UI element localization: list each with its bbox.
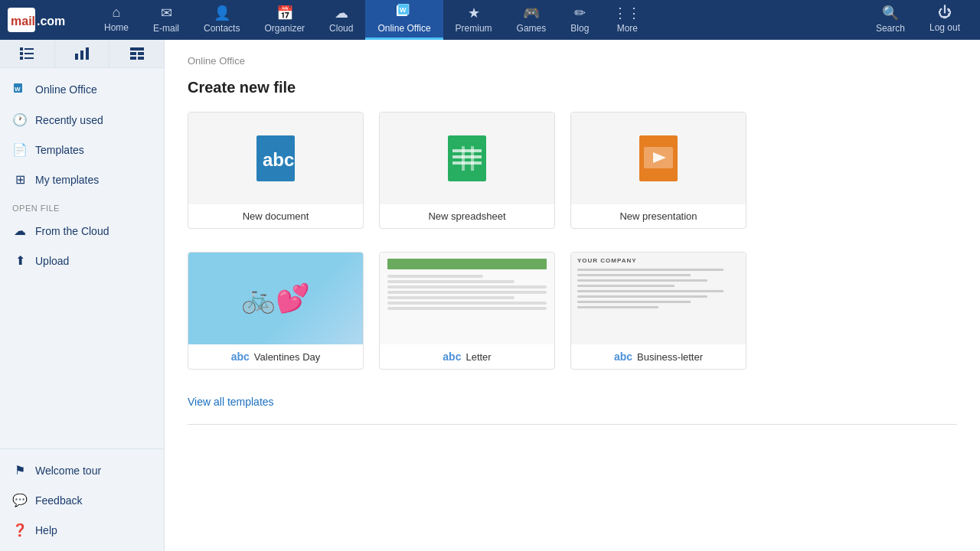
new-doc-file-icon: abc (256, 135, 295, 181)
new-presentation-thumb (571, 112, 746, 204)
nav-cloud[interactable]: ☁ Cloud (317, 0, 365, 40)
letter-abc-icon: abc (443, 350, 461, 363)
question-icon: ❓ (12, 523, 28, 537)
svg-rect-17 (130, 52, 136, 55)
template-letter-text: Letter (466, 351, 491, 363)
create-new-title: Create new file (188, 79, 957, 96)
new-presentation-text: New presentation (619, 210, 697, 222)
nav-games[interactable]: 🎮 Games (505, 0, 559, 40)
office-sidebar-icon: W (12, 82, 28, 97)
template-valentines-thumb: 🚲💕 (188, 253, 363, 344)
business-header-text: YOUR COMPANY (577, 257, 740, 264)
svg-rect-30 (471, 146, 474, 171)
new-spreadsheet-label: New spreadsheet (380, 204, 554, 228)
biz-line-3 (577, 279, 707, 282)
view-all-templates-link[interactable]: View all templates (188, 396, 274, 408)
template-valentines-card[interactable]: 🚲💕 abc Valentines Day (188, 252, 364, 370)
logo[interactable]: mail .com (8, 8, 77, 32)
new-file-cards: abc New document (188, 112, 957, 229)
sidebar-recently-used-label: Recently used (35, 114, 103, 126)
sidebar-item-feedback[interactable]: 💬 Feedback (0, 485, 164, 515)
cloud-nav-icon: ☁ (335, 5, 348, 21)
biz-line-1 (577, 269, 724, 271)
sidebar-item-templates[interactable]: 📄 Templates (0, 135, 164, 165)
premium-icon: ★ (468, 5, 480, 21)
nav-premium[interactable]: ★ Premium (443, 0, 505, 40)
letter-header-bar (387, 259, 547, 269)
template-business-card[interactable]: YOUR COMPANY abc Business-letter (570, 252, 746, 370)
search-nav-icon: 🔍 (882, 5, 899, 21)
nav-search[interactable]: 🔍 Search (864, 0, 917, 40)
new-document-text: New document (243, 210, 309, 222)
sidebar-table-view[interactable] (109, 40, 164, 67)
svg-rect-18 (138, 52, 144, 55)
sidebar-item-from-cloud[interactable]: ☁ From the Cloud (0, 216, 164, 246)
breadcrumb: Online Office (188, 55, 957, 67)
svg-rect-29 (462, 146, 465, 171)
letter-line-3 (387, 285, 547, 289)
sidebar-help-label: Help (35, 524, 57, 536)
nav-items: ⌂ Home ✉ E-mail 👤 Contacts 📅 Organizer ☁… (92, 0, 864, 40)
sidebar-list-view[interactable] (0, 40, 55, 67)
business-abc-icon: abc (614, 350, 632, 363)
nav-contacts[interactable]: 👤 Contacts (191, 0, 252, 40)
nav-email-label: E-mail (153, 23, 179, 34)
svg-rect-14 (80, 51, 83, 60)
nav-online-office-label: Online Office (377, 23, 430, 34)
open-file-section-label: Open File (0, 194, 164, 216)
nav-email[interactable]: ✉ E-mail (141, 0, 191, 40)
nav-logout[interactable]: ⏻ Log out (917, 0, 972, 40)
sidebar-item-recently-used[interactable]: 🕐 Recently used (0, 105, 164, 135)
template-business-text: Business-letter (637, 351, 703, 363)
sidebar-item-welcome-tour[interactable]: ⚑ Welcome tour (0, 455, 164, 485)
svg-rect-8 (24, 48, 34, 50)
new-spreadsheet-card[interactable]: New spreadsheet (379, 112, 555, 229)
games-icon: 🎮 (523, 5, 540, 21)
new-spreadsheet-thumb (380, 112, 554, 204)
sidebar-item-my-templates[interactable]: ⊞ My templates (0, 165, 164, 194)
sidebar-from-cloud-label: From the Cloud (35, 225, 109, 237)
nav-right: 🔍 Search ⏻ Log out (864, 0, 972, 40)
letter-line-1 (387, 275, 483, 278)
main-content: Online Office Create new file abc New do… (165, 40, 980, 551)
nav-organizer[interactable]: 📅 Organizer (252, 0, 317, 40)
svg-rect-13 (75, 54, 78, 60)
nav-more[interactable]: ⋮⋮ More (601, 0, 653, 40)
more-icon: ⋮⋮ (613, 5, 641, 21)
nav-games-label: Games (517, 23, 547, 34)
sidebar-item-online-office[interactable]: W Online Office (0, 74, 164, 105)
sidebar-item-help[interactable]: ❓ Help (0, 515, 164, 545)
template-letter-thumb (380, 253, 554, 344)
sidebar-chart-view[interactable] (55, 40, 110, 67)
template-letter-card[interactable]: abc Letter (379, 252, 555, 370)
svg-rect-7 (20, 47, 23, 51)
svg-rect-9 (20, 52, 23, 55)
new-document-thumb: abc (188, 112, 363, 204)
nav-online-office[interactable]: W Online Office (365, 0, 443, 40)
nav-home[interactable]: ⌂ Home (92, 0, 141, 40)
svg-rect-20 (138, 57, 144, 60)
biz-line-8 (577, 306, 658, 308)
valentines-abc-icon: abc (231, 350, 250, 363)
nav-contacts-label: Contacts (204, 23, 240, 34)
svg-text:mail: mail (11, 15, 35, 28)
nav-cloud-label: Cloud (329, 23, 353, 34)
upload-sidebar-icon: ⬆ (12, 253, 28, 268)
svg-rect-28 (452, 161, 482, 165)
letter-line-2 (387, 280, 514, 283)
nav-premium-label: Premium (456, 23, 492, 34)
biz-line-2 (577, 274, 691, 276)
cloud-sidebar-icon: ☁ (12, 223, 28, 238)
template-cards: 🚲💕 abc Valentines Day (188, 252, 957, 370)
office-nav-icon: W (397, 4, 412, 21)
letter-line-5 (387, 296, 514, 299)
new-pres-file-icon (639, 135, 678, 181)
biz-line-6 (577, 295, 707, 298)
nav-blog[interactable]: ✏ Blog (558, 0, 601, 40)
new-presentation-card[interactable]: New presentation (570, 112, 746, 229)
new-document-card[interactable]: abc New document (188, 112, 364, 229)
organizer-icon: 📅 (276, 5, 293, 21)
sidebar: W Online Office 🕐 Recently used 📄 Templa… (0, 40, 165, 551)
sidebar-welcome-tour-label: Welcome tour (35, 465, 101, 477)
sidebar-item-upload[interactable]: ⬆ Upload (0, 246, 164, 276)
